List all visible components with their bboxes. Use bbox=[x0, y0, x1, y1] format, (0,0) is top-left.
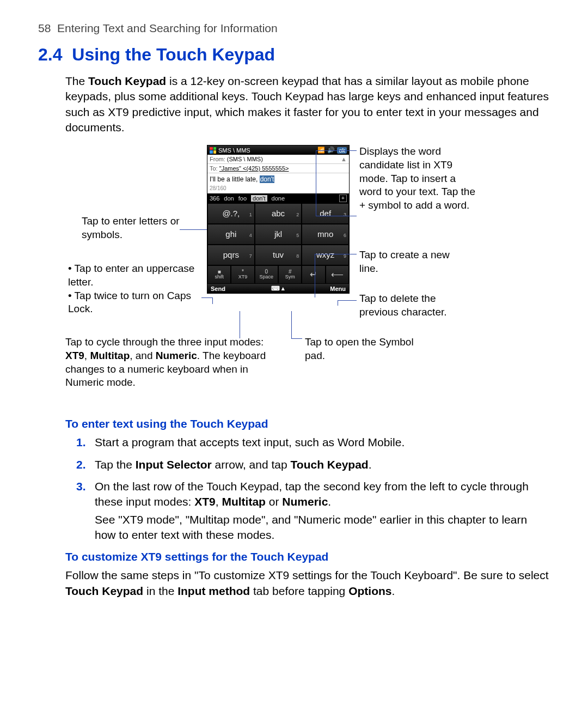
key-3: 3def bbox=[302, 203, 349, 224]
connector-line bbox=[315, 254, 315, 297]
annotated-diagram: SMS \ MMS 📶 🔊 ok From: (SMS \ MMS) ▲ To:… bbox=[65, 145, 550, 406]
key-space: 0Space bbox=[255, 265, 278, 284]
key-7: 7pqrs bbox=[207, 245, 255, 265]
message-area: From: (SMS \ MMS) ▲ To: "James" <(425) 5… bbox=[207, 155, 349, 193]
steps-list: Start a program that accepts text input,… bbox=[76, 435, 550, 543]
connector-line bbox=[180, 229, 207, 230]
key-enter: ↵ bbox=[302, 265, 325, 284]
callout-letters: Tap to enter letters or symbols. bbox=[82, 215, 180, 241]
key-9: 9wxyz bbox=[302, 245, 349, 265]
connector-line bbox=[315, 254, 357, 254]
connector-line bbox=[240, 311, 240, 338]
connector-line bbox=[316, 150, 357, 151]
page-header: 58 Entering Text and Searching for Infor… bbox=[38, 22, 550, 35]
add-word-button: + bbox=[339, 195, 347, 202]
window-title: SMS \ MMS bbox=[218, 147, 250, 154]
connector-line bbox=[338, 300, 338, 306]
callout-candidates: Displays the word candidate list in XT9 … bbox=[359, 145, 479, 212]
key-1: 1@.?, bbox=[207, 203, 255, 224]
keypad-grid: 1@.?, 2abc 3def 4ghi 5jkl 6mno 7pqrs 8tu… bbox=[207, 203, 349, 265]
section-number: 2.4 bbox=[38, 45, 62, 64]
connector-line bbox=[212, 297, 213, 304]
callout-enter: Tap to create a new line. bbox=[359, 248, 452, 275]
step-1: Start a program that accepts text input,… bbox=[76, 435, 550, 450]
section-heading: 2.4 Using the Touch Keypad bbox=[38, 45, 550, 65]
key-shift: ■shift bbox=[207, 265, 231, 284]
page-number: 58 bbox=[38, 22, 51, 34]
section-title: Using the Touch Keypad bbox=[72, 45, 275, 64]
bottom-row: ■shift *XT9 0Space #Sym ↵ ⟵ bbox=[207, 265, 349, 284]
subheading-customize: To customize XT9 settings for the Touch … bbox=[65, 550, 550, 563]
key-6: 6mno bbox=[302, 224, 349, 245]
key-sym: #Sym bbox=[278, 265, 302, 284]
connector-line bbox=[291, 338, 302, 339]
connector-line bbox=[338, 300, 357, 301]
callout-modes: Tap to cycle through the three input mod… bbox=[65, 336, 267, 390]
connector-line bbox=[291, 311, 292, 338]
intro-paragraph: The Touch Keypad is a 12-key on-screen k… bbox=[38, 74, 550, 135]
connector-line bbox=[316, 216, 357, 216]
step-3: On the last row of the Touch Keypad, tap… bbox=[76, 479, 550, 543]
device-mockup: SMS \ MMS 📶 🔊 ok From: (SMS \ MMS) ▲ To:… bbox=[207, 145, 350, 294]
key-5: 5jkl bbox=[255, 224, 302, 245]
key-8: 8tuv bbox=[255, 245, 302, 265]
callout-shift: • Tap to enter an uppercase letter. • Ta… bbox=[68, 262, 204, 316]
connector-line bbox=[316, 150, 316, 216]
key-4: 4ghi bbox=[207, 224, 255, 245]
customize-paragraph: Follow the same steps in "To customize X… bbox=[65, 568, 550, 599]
key-2: 2abc bbox=[255, 203, 302, 224]
key-back: ⟵ bbox=[326, 265, 349, 284]
step-2: Tap the Input Selector arrow, and tap To… bbox=[76, 457, 550, 472]
start-icon bbox=[210, 147, 216, 154]
softkey-bar: Send ⌨ ▴ Menu bbox=[207, 284, 349, 293]
callout-sympad: Tap to open the Symbol pad. bbox=[305, 336, 414, 362]
chapter-title: Entering Text and Searching for Informat… bbox=[57, 22, 278, 34]
subheading-enter-text: To enter text using the Touch Keypad bbox=[65, 417, 550, 430]
callout-delete: Tap to delete the previous character. bbox=[359, 292, 468, 319]
connector-line bbox=[201, 297, 212, 298]
key-xt9: *XT9 bbox=[231, 265, 254, 284]
candidate-bar: 366 don foo don't done + bbox=[207, 193, 349, 203]
